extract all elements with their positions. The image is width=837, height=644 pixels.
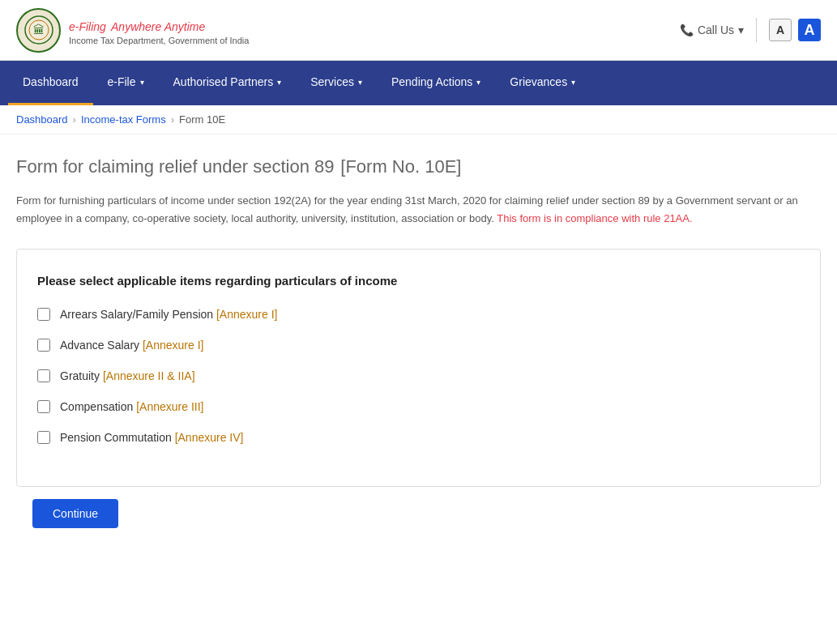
form-card-title: Please select applicable items regarding…	[37, 274, 800, 288]
breadcrumb-income-tax-forms[interactable]: Income-tax Forms	[81, 113, 166, 126]
nav-label-authorised-partners: Authorised Partners	[173, 75, 274, 88]
annexure-label-pension: [Annexure IV]	[175, 431, 244, 444]
checkbox-text-compensation: Compensation	[60, 400, 136, 413]
nav-arrow-pending-actions: ▾	[476, 78, 480, 87]
font-normal-button[interactable]: A	[769, 19, 792, 41]
continue-button[interactable]: Continue	[32, 499, 118, 528]
checkbox-item-arrears: Arrears Salary/Family Pension [Annexure …	[37, 308, 800, 321]
nav-item-pending-actions[interactable]: Pending Actions ▾	[377, 61, 495, 105]
checkbox-text-pension: Pension Commutation	[60, 431, 175, 444]
checkbox-label-compensation[interactable]: Compensation [Annexure III]	[60, 400, 203, 413]
checkbox-label-pension[interactable]: Pension Commutation [Annexure IV]	[60, 431, 243, 444]
header: 🏛 e-Filing Anywhere Anytime Income Tax D…	[0, 0, 837, 61]
form-card: Please select applicable items regarding…	[16, 249, 821, 487]
breadcrumb-sep-2: ›	[171, 113, 174, 126]
nav-label-grievances: Grievances	[510, 75, 567, 88]
checkbox-label-gratuity[interactable]: Gratuity [Annexure II & IIA]	[60, 369, 195, 382]
header-divider	[756, 18, 757, 42]
phone-icon: 📞	[680, 23, 694, 36]
navbar: Dashboard e-File ▾ Authorised Partners ▾…	[0, 61, 837, 105]
nav-arrow-efile: ▾	[140, 78, 144, 87]
bottom-actions: Continue	[16, 487, 821, 540]
page-title-main: Form for claiming relief under section 8…	[16, 156, 335, 177]
logo-text: e-Filing Anywhere Anytime Income Tax Dep…	[69, 15, 249, 45]
logo-efiling-main: e-Filing	[69, 20, 106, 33]
emblem-icon: 🏛	[16, 8, 61, 53]
checkbox-item-pension: Pension Commutation [Annexure IV]	[37, 431, 800, 444]
logo-efiling: e-Filing Anywhere Anytime	[69, 15, 249, 36]
nav-label-dashboard: Dashboard	[23, 75, 79, 88]
nav-item-services[interactable]: Services ▾	[296, 61, 377, 105]
nav-arrow-grievances: ▾	[571, 78, 575, 87]
header-right: 📞 Call Us ▾ A A	[680, 18, 821, 42]
checkbox-item-compensation: Compensation [Annexure III]	[37, 400, 800, 413]
checkbox-item-advance: Advance Salary [Annexure I]	[37, 339, 800, 352]
main-content: Form for claiming relief under section 8…	[0, 134, 837, 557]
call-us-label: Call Us	[698, 23, 734, 36]
call-us-button[interactable]: 📞 Call Us ▾	[680, 23, 744, 36]
breadcrumb-current: Form 10E	[179, 113, 225, 126]
nav-label-services: Services	[310, 75, 354, 88]
page-description: Form for furnishing particulars of incom…	[16, 192, 821, 228]
nav-arrow-services: ▾	[358, 78, 362, 87]
checkbox-arrears[interactable]	[37, 308, 50, 321]
checkbox-gratuity[interactable]	[37, 369, 50, 382]
nav-arrow-authorised-partners: ▾	[277, 78, 281, 87]
call-us-arrow: ▾	[738, 23, 744, 36]
header-left: 🏛 e-Filing Anywhere Anytime Income Tax D…	[16, 8, 249, 53]
nav-item-efile[interactable]: e-File ▾	[93, 61, 159, 105]
checkbox-label-arrears[interactable]: Arrears Salary/Family Pension [Annexure …	[60, 308, 277, 321]
nav-label-efile: e-File	[108, 75, 136, 88]
checkbox-text-arrears: Arrears Salary/Family Pension	[60, 308, 216, 321]
breadcrumb-dashboard[interactable]: Dashboard	[16, 113, 68, 126]
svg-text:🏛: 🏛	[33, 23, 45, 36]
breadcrumb-sep-1: ›	[73, 113, 76, 126]
checkbox-label-advance[interactable]: Advance Salary [Annexure I]	[60, 339, 203, 352]
font-large-button[interactable]: A	[798, 19, 821, 41]
checkbox-advance[interactable]	[37, 339, 50, 352]
checkbox-pension[interactable]	[37, 431, 50, 444]
logo-tagline: Anywhere Anytime	[111, 20, 205, 33]
annexure-label-arrears: [Annexure I]	[216, 308, 278, 321]
annexure-label-advance: [Annexure I]	[143, 339, 204, 352]
font-controls: A A	[769, 19, 821, 41]
logo-subtitle: Income Tax Department, Government of Ind…	[69, 36, 249, 45]
checkbox-compensation[interactable]	[37, 400, 50, 413]
nav-item-grievances[interactable]: Grievances ▾	[495, 61, 590, 105]
annexure-label-gratuity: [Annexure II & IIA]	[103, 369, 195, 382]
page-title-sub: [Form No. 10E]	[340, 156, 461, 177]
checkbox-text-advance: Advance Salary	[60, 339, 143, 352]
description-highlight: This form is in compliance with rule 21A…	[497, 212, 692, 224]
checkbox-item-gratuity: Gratuity [Annexure II & IIA]	[37, 369, 800, 382]
nav-label-pending-actions: Pending Actions	[391, 75, 472, 88]
nav-item-authorised-partners[interactable]: Authorised Partners ▾	[159, 61, 297, 105]
annexure-label-compensation: [Annexure III]	[136, 400, 203, 413]
breadcrumb: Dashboard › Income-tax Forms › Form 10E	[0, 105, 837, 134]
nav-item-dashboard[interactable]: Dashboard	[8, 61, 93, 105]
checkbox-text-gratuity: Gratuity	[60, 369, 103, 382]
page-title: Form for claiming relief under section 8…	[16, 151, 821, 180]
